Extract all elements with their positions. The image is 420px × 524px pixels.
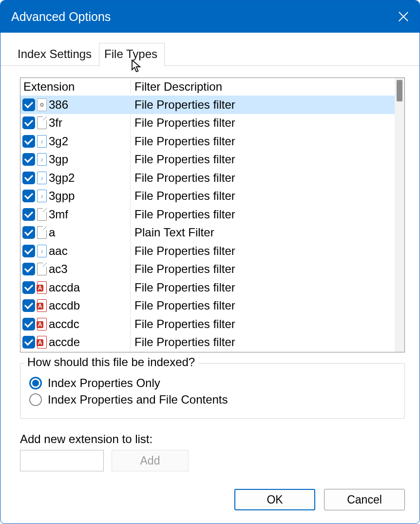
listview-header: Extension Filter Description [20, 78, 395, 96]
scrollbar-thumb[interactable] [397, 80, 402, 101]
radio-index-properties-and-contents[interactable]: Index Properties and File Contents [29, 393, 396, 407]
filter-description-text: Plain Text Filter [131, 226, 395, 239]
close-icon[interactable] [398, 11, 409, 22]
access-file-icon [37, 318, 47, 330]
extension-text: accda [49, 281, 80, 294]
ok-button[interactable]: OK [234, 489, 315, 510]
checkbox[interactable] [22, 318, 35, 330]
client-area: Index Settings File Types Extension Filt… [0, 33, 420, 524]
media-file-icon: ♪ [37, 153, 47, 166]
extension-text: aac [49, 244, 68, 258]
checkbox[interactable] [22, 135, 35, 148]
tab-index-settings[interactable]: Index Settings [12, 43, 99, 66]
table-row[interactable]: ♪aacFile Properties filter [20, 242, 395, 260]
radio-icon [29, 377, 42, 389]
table-row[interactable]: 3mfFile Properties filter [20, 205, 395, 224]
filter-description-text: File Properties filter [131, 153, 395, 166]
filter-description-text: File Properties filter [131, 135, 395, 148]
extension-text: 3gp2 [49, 171, 75, 185]
file-types-panel: Extension Filter Description ⚙386File Pr… [0, 66, 420, 478]
filter-description-text: File Properties filter [131, 299, 395, 312]
listview-scrollbar[interactable] [395, 78, 404, 352]
filter-description-text: File Properties filter [131, 335, 395, 349]
blank-file-icon [37, 263, 47, 275]
add-extension-section: Add new extension to list: Add [20, 432, 405, 471]
checkbox[interactable] [22, 190, 35, 202]
extension-text: 3fr [49, 116, 62, 130]
gear-file-icon: ⚙ [37, 98, 47, 111]
dialog-footer: OK Cancel [0, 478, 420, 520]
header-filter-description[interactable]: Filter Description [131, 80, 395, 94]
extension-text: 3g2 [49, 135, 68, 148]
filter-description-text: File Properties filter [131, 262, 395, 276]
table-row[interactable]: ♪3gppFile Properties filter [20, 187, 395, 206]
blank-file-icon [37, 116, 47, 129]
extension-text: 3gp [49, 153, 68, 166]
cancel-button[interactable]: Cancel [324, 489, 405, 510]
add-button[interactable]: Add [112, 450, 189, 471]
checkbox[interactable] [22, 172, 35, 184]
checkbox[interactable] [22, 281, 35, 294]
blank-file-icon [37, 208, 47, 221]
extension-text: a [49, 226, 55, 239]
group-legend: How should this file be indexed? [24, 355, 198, 369]
extension-text: 3mf [49, 208, 68, 221]
checkbox[interactable] [22, 226, 35, 239]
extension-listview[interactable]: Extension Filter Description ⚙386File Pr… [20, 78, 405, 352]
media-file-icon: ♪ [37, 135, 47, 148]
access-file-icon [37, 299, 47, 312]
media-file-icon: ♪ [37, 245, 47, 257]
table-row[interactable]: aPlain Text Filter [20, 224, 395, 242]
table-row[interactable]: ⚙386File Properties filter [20, 96, 395, 114]
radio-icon [29, 393, 42, 406]
window-title: Advanced Options [11, 10, 111, 24]
checkbox[interactable] [22, 153, 35, 166]
advanced-options-dialog: Advanced Options Index Settings File Typ… [0, 0, 420, 524]
add-extension-label: Add new extension to list: [20, 432, 405, 446]
radio-label: Index Properties Only [48, 376, 160, 390]
radio-label: Index Properties and File Contents [48, 393, 228, 407]
table-row[interactable]: accdbFile Properties filter [20, 297, 395, 315]
filter-description-text: File Properties filter [131, 208, 395, 221]
checkbox[interactable] [22, 263, 35, 275]
table-row[interactable]: 3frFile Properties filter [20, 114, 395, 133]
filter-description-text: File Properties filter [131, 171, 395, 185]
access-file-icon [37, 336, 47, 349]
extension-text: 386 [49, 98, 68, 112]
extension-text: 3gpp [49, 189, 75, 203]
blank-file-icon [37, 226, 47, 239]
extension-text: accdb [49, 299, 80, 312]
filter-description-text: File Properties filter [131, 98, 395, 112]
add-extension-input[interactable] [20, 450, 104, 471]
checkbox[interactable] [22, 98, 35, 111]
table-row[interactable]: ac3File Properties filter [20, 260, 395, 279]
tab-strip: Index Settings File Types [0, 42, 420, 66]
table-row[interactable]: accdcFile Properties filter [20, 315, 395, 333]
extension-text: accde [49, 335, 80, 349]
access-file-icon [37, 281, 47, 294]
titlebar: Advanced Options [0, 0, 420, 33]
index-mode-group: How should this file be indexed? Index P… [20, 363, 405, 419]
filter-description-text: File Properties filter [131, 281, 395, 294]
extension-text: ac3 [49, 262, 68, 276]
filter-description-text: File Properties filter [131, 116, 395, 130]
tab-file-types[interactable]: File Types [99, 43, 165, 66]
filter-description-text: File Properties filter [131, 244, 395, 258]
table-row[interactable]: ♪3gp2File Properties filter [20, 169, 395, 187]
extension-text: accdc [49, 317, 79, 331]
media-file-icon: ♪ [37, 172, 47, 184]
table-row[interactable]: ♪3gpFile Properties filter [20, 151, 395, 169]
table-row[interactable]: accdaFile Properties filter [20, 278, 395, 297]
radio-index-properties-only[interactable]: Index Properties Only [29, 376, 396, 390]
checkbox[interactable] [22, 299, 35, 312]
media-file-icon: ♪ [37, 190, 47, 202]
header-extension[interactable]: Extension [20, 80, 131, 94]
checkbox[interactable] [22, 208, 35, 221]
checkbox[interactable] [22, 116, 35, 129]
checkbox[interactable] [22, 336, 35, 349]
filter-description-text: File Properties filter [131, 317, 395, 331]
filter-description-text: File Properties filter [131, 189, 395, 203]
checkbox[interactable] [22, 245, 35, 257]
table-row[interactable]: ♪3g2File Properties filter [20, 132, 395, 151]
table-row[interactable]: accdeFile Properties filter [20, 333, 395, 352]
